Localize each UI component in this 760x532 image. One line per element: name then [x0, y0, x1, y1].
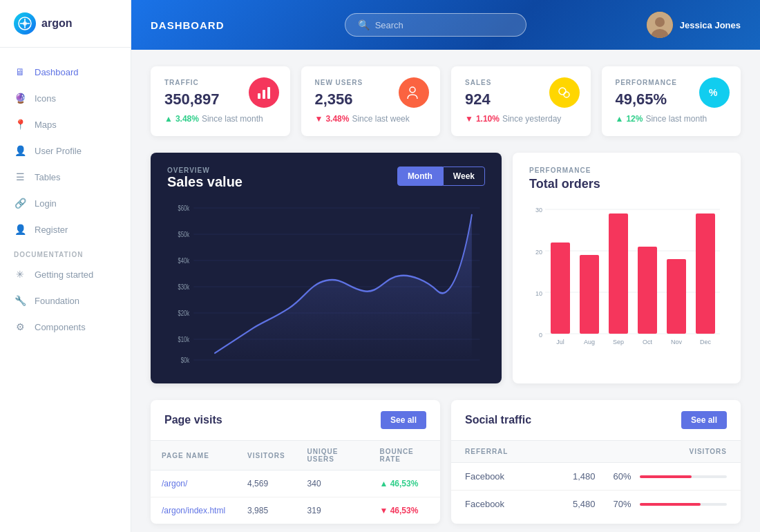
- social-visitors-0: 1,480: [561, 471, 596, 482]
- social-col-referral: REFERRAL: [465, 448, 681, 455]
- svg-text:Aug: Aug: [321, 366, 331, 367]
- social-see-all[interactable]: See all: [681, 411, 727, 429]
- progress-bar-inner-1: [640, 503, 701, 506]
- svg-rect-42: [551, 243, 570, 334]
- svg-text:Dec: Dec: [700, 339, 712, 345]
- sidebar-item-login[interactable]: 🔗Login: [0, 190, 131, 216]
- svg-text:Aug: Aug: [584, 339, 595, 345]
- change-pct-sales: 1.10%: [476, 114, 500, 124]
- getting-started-icon: ✳: [14, 268, 26, 281]
- header: DASHBOARD 🔍 Jessica Jones: [131, 0, 760, 50]
- page-name-cell: /argon/index.html: [151, 497, 236, 524]
- sidebar-item-register[interactable]: 👤Register: [0, 216, 131, 243]
- user-profile-icon: 👤: [14, 144, 26, 157]
- svg-text:Jul: Jul: [556, 339, 564, 345]
- change-period-new-users: Since last week: [352, 114, 409, 124]
- page-visits-see-all[interactable]: See all: [381, 411, 426, 429]
- search-icon: 🔍: [358, 19, 370, 30]
- social-headers: REFERRAL VISITORS: [451, 441, 741, 463]
- search-bar[interactable]: 🔍: [345, 13, 526, 37]
- unique-users-cell: 340: [296, 471, 369, 497]
- main-area: DASHBOARD 🔍 Jessica Jones TRAFFIC 350,89…: [131, 0, 760, 532]
- bounce-rate-cell: ▼ 46,53%: [368, 497, 440, 524]
- sidebar-item-label: Login: [35, 198, 57, 209]
- svg-text:Dec: Dec: [467, 366, 477, 367]
- social-pct-0: 60%: [604, 471, 631, 482]
- svg-point-1: [23, 21, 27, 26]
- sidebar-item-label: Dashboard: [35, 67, 79, 77]
- sidebar-logo: argon: [0, 0, 131, 48]
- stat-change-new-users: ▼ 3.48% Since last week: [315, 114, 427, 124]
- col-visitors: VISITORS: [236, 441, 296, 471]
- stats-row: TRAFFIC 350,897 ▲ 3.48% Since last month…: [151, 66, 741, 136]
- svg-text:Nov: Nov: [433, 366, 442, 367]
- social-traffic-card: Social traffic See all REFERRAL VISITORS…: [451, 400, 741, 524]
- stat-icon-traffic: [249, 77, 279, 108]
- user-menu[interactable]: Jessica Jones: [647, 12, 741, 38]
- sidebar-item-icons[interactable]: 🔮Icons: [0, 85, 131, 111]
- stat-card-traffic: TRAFFIC 350,897 ▲ 3.48% Since last month: [151, 66, 290, 136]
- svg-text:$10k: $10k: [178, 336, 190, 343]
- sidebar-item-label: User Profile: [35, 146, 82, 156]
- stat-icon-sales: [549, 77, 580, 108]
- change-pct-traffic: 3.48%: [175, 114, 199, 124]
- stat-icon-performance: %: [699, 77, 730, 108]
- svg-text:Oct: Oct: [396, 366, 404, 367]
- social-traffic-header: Social traffic See all: [451, 400, 741, 441]
- content: TRAFFIC 350,897 ▲ 3.48% Since last month…: [131, 50, 760, 532]
- social-pct-1: 70%: [604, 499, 631, 509]
- sidebar-item-label: Tables: [35, 172, 61, 182]
- social-name-0: Facebook: [465, 471, 553, 482]
- change-period-traffic: Since last month: [202, 114, 263, 124]
- svg-text:$20k: $20k: [178, 310, 190, 317]
- sidebar-item-label: Foundation: [35, 296, 79, 306]
- social-traffic-title: Social traffic: [465, 414, 531, 426]
- col-unique-users: UNIQUE USERS: [296, 441, 369, 471]
- sidebar-item-getting-started[interactable]: ✳Getting started: [0, 261, 131, 287]
- logo-text: argon: [41, 17, 72, 30]
- change-arrow-new-users: ▼: [315, 114, 323, 124]
- stat-change-sales: ▼ 1.10% Since yesterday: [465, 114, 577, 124]
- doc-section-label: DOCUMENTATION: [0, 243, 131, 261]
- sidebar-item-tables[interactable]: ☰Tables: [0, 164, 131, 190]
- change-pct-performance: 12%: [626, 114, 643, 124]
- bounce-rate-cell: ▲ 46,53%: [368, 471, 440, 497]
- sidebar-item-user-profile[interactable]: 👤User Profile: [0, 137, 131, 164]
- svg-text:$40k: $40k: [178, 257, 190, 265]
- icons-icon: 🔮: [14, 92, 26, 104]
- sidebar-item-dashboard[interactable]: 🖥Dashboard: [0, 59, 131, 85]
- login-icon: 🔗: [14, 197, 26, 209]
- unique-users-cell: 319: [296, 497, 369, 524]
- bar-svg: 30 20 10 0 Jul: [529, 202, 724, 354]
- svg-rect-7: [267, 87, 270, 99]
- stat-icon-new-users: [399, 77, 429, 108]
- stat-card-sales: SALES 924 ▼ 1.10% Since yesterday: [451, 66, 591, 136]
- bar-chart-area: 30 20 10 0 Jul: [529, 202, 724, 357]
- line-chart-area: $0k $10k $20k $30k $40k $50k $60k May Ju…: [167, 201, 485, 370]
- svg-text:$50k: $50k: [178, 231, 190, 238]
- avatar: [647, 12, 673, 38]
- search-input[interactable]: [375, 20, 513, 30]
- visitors-cell: 3,985: [236, 497, 296, 524]
- sidebar-item-components[interactable]: ⚙Components: [0, 314, 131, 340]
- week-btn[interactable]: Week: [443, 167, 485, 186]
- progress-bar-inner-0: [640, 475, 692, 478]
- svg-rect-52: [696, 213, 715, 334]
- month-btn[interactable]: Month: [397, 167, 443, 186]
- page-visits-title: Page visits: [164, 414, 222, 426]
- visitors-cell: 4,569: [236, 471, 296, 497]
- sidebar-item-label: Register: [35, 225, 68, 235]
- sidebar-item-maps[interactable]: 📍Maps: [0, 111, 131, 137]
- social-row: Facebook 5,480 70%: [451, 491, 741, 517]
- chart-btn-group: Month Week: [397, 167, 485, 186]
- sidebar-item-foundation[interactable]: 🔧Foundation: [0, 287, 131, 314]
- tables-icon: ☰: [14, 171, 26, 183]
- page-visits-card: Page visits See all PAGE NAME VISITORS U…: [151, 400, 440, 524]
- social-visitors-1: 5,480: [561, 499, 596, 509]
- svg-point-10: [564, 92, 569, 97]
- stat-change-performance: ▲ 12% Since last month: [616, 114, 728, 124]
- svg-text:May: May: [210, 366, 220, 367]
- svg-text:0: 0: [539, 332, 542, 339]
- social-name-1: Facebook: [465, 499, 553, 509]
- sidebar-item-label: Components: [35, 322, 86, 332]
